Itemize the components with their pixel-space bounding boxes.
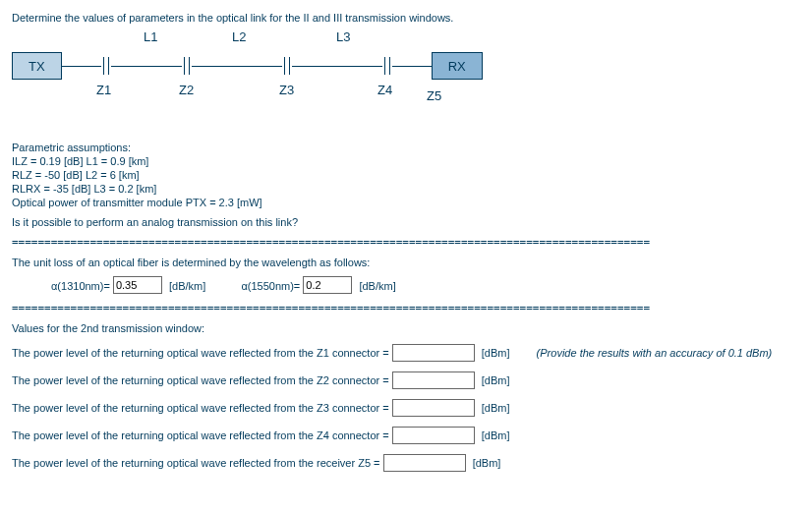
alpha1550-label: α(1550nm)=	[241, 280, 300, 292]
label-z3: Z3	[279, 83, 294, 97]
link-seg-2	[192, 66, 282, 67]
connector-z3	[282, 57, 292, 75]
unit-z5: [dBm]	[473, 457, 501, 469]
label-z1: Z1	[96, 83, 111, 97]
label-z2: Z2	[179, 83, 194, 97]
question-z2-text: The power level of the returning optical…	[12, 374, 389, 386]
accuracy-note: (Provide the results with an accuracy of…	[537, 347, 773, 359]
answer-z2-input[interactable]	[392, 371, 475, 389]
tx-box: TX	[12, 52, 62, 80]
label-l1: L1	[144, 29, 157, 44]
answer-z4-input[interactable]	[392, 427, 475, 444]
link-seg-4	[392, 66, 432, 67]
answer-z3-input[interactable]	[392, 399, 475, 417]
separator-2: ========================================…	[12, 302, 800, 314]
connector-z1	[101, 57, 111, 75]
window2-heading: Values for the 2nd transmission window:	[12, 322, 800, 334]
alpha1310-label: α(1310nm)=	[51, 280, 110, 292]
unit-z3: [dBm]	[482, 402, 510, 414]
assumptions-line3: RLRX = -35 [dB] L3 = 0.2 [km]	[12, 183, 800, 195]
question-z5-text: The power level of the returning optical…	[12, 457, 380, 469]
link-seg-3	[292, 66, 382, 67]
alpha1550-unit: [dB/km]	[359, 280, 395, 292]
intro-text: Determine the values of parameters in th…	[12, 12, 800, 24]
link-seg-0	[62, 66, 101, 67]
connector-z2	[182, 57, 192, 75]
answer-z5-input[interactable]	[383, 454, 466, 472]
alpha1550-input[interactable]	[303, 276, 352, 294]
assumptions-heading: Parametric assumptions:	[12, 142, 800, 153]
unit-z2: [dBm]	[482, 374, 510, 386]
link-seg-1	[111, 66, 182, 67]
alpha1310-unit: [dB/km]	[169, 280, 205, 292]
alpha1310-input[interactable]	[113, 276, 162, 294]
rx-box: RX	[432, 52, 483, 80]
answer-z1-input[interactable]	[392, 344, 475, 362]
unit-z1: [dBm]	[482, 347, 510, 359]
question-z5-row: The power level of the returning optical…	[12, 454, 800, 472]
question-z4-row: The power level of the returning optical…	[12, 427, 800, 444]
question-z4-text: The power level of the returning optical…	[12, 429, 389, 441]
assumptions-line1: ILZ = 0.19 [dB] L1 = 0.9 [km]	[12, 155, 800, 167]
label-z4: Z4	[377, 83, 392, 97]
question-z2-row: The power level of the returning optical…	[12, 371, 800, 389]
label-z5: Z5	[427, 88, 441, 103]
label-l3: L3	[336, 29, 350, 44]
alpha-inputs-row: α(1310nm)= [dB/km] α(1550nm)= [dB/km]	[12, 276, 800, 294]
separator-1: ========================================…	[12, 236, 800, 249]
optical-link-diagram: L1 L2 L3 TX RX Z1 Z2 Z3 Z4 Z5	[12, 31, 800, 126]
question-z1-text: The power level of the returning optical…	[12, 347, 389, 359]
fiber-loss-intro: The unit loss of an optical fiber is det…	[12, 257, 800, 268]
question-z3-text: The power level of the returning optical…	[12, 402, 389, 414]
assumptions-line4: Optical power of transmitter module PTX …	[12, 197, 800, 208]
connector-z4	[382, 57, 392, 75]
assumptions-block: Parametric assumptions: ILZ = 0.19 [dB] …	[12, 142, 800, 208]
label-l2: L2	[232, 29, 246, 44]
question-z1-row: The power level of the returning optical…	[12, 344, 800, 362]
question-z3-row: The power level of the returning optical…	[12, 399, 800, 417]
analog-question: Is it possible to perform an analog tran…	[12, 216, 800, 228]
unit-z4: [dBm]	[482, 429, 510, 441]
assumptions-line2: RLZ = -50 [dB] L2 = 6 [km]	[12, 169, 800, 181]
